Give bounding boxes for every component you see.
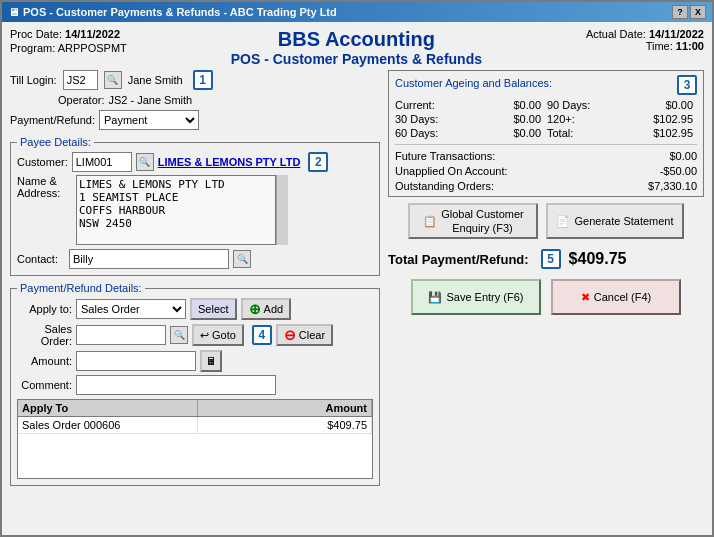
payment-type-row: Payment/Refund: Payment Refund bbox=[10, 110, 380, 130]
table-cell-amount: $409.75 bbox=[198, 417, 372, 433]
customer-code-input[interactable] bbox=[72, 152, 132, 172]
col-amount-header: Amount bbox=[198, 400, 372, 416]
calc-icon: 🖩 bbox=[206, 355, 217, 367]
unapplied-label: Unapplied On Account: bbox=[395, 165, 508, 177]
days60-label: 60 Days: bbox=[395, 127, 465, 139]
payment-details-box: Payment/Refund Details: Apply to: Sales … bbox=[10, 282, 380, 486]
customer-label: Customer: bbox=[17, 156, 68, 168]
app-subtitle: POS - Customer Payments & Refunds bbox=[231, 51, 482, 67]
name-address-row: Name & Address: LIMES & LEMONS PTY LTD 1… bbox=[17, 175, 373, 245]
scroll-bar[interactable] bbox=[276, 175, 288, 245]
address-textarea[interactable]: LIMES & LEMONS PTY LTD 1 SEAMIST PLACE C… bbox=[76, 175, 276, 245]
days120-label: 120+: bbox=[547, 113, 617, 125]
save-icon: 💾 bbox=[428, 291, 442, 304]
goto-arrow-icon: ↩ bbox=[200, 329, 209, 342]
sales-order-row: Sales Order: 🔍 ↩ Goto 4 ⊖ Clear bbox=[17, 323, 373, 347]
total-value: $102.95 bbox=[623, 127, 693, 139]
title-bar-left: 🖥 POS - Customer Payments & Refunds - AB… bbox=[8, 6, 337, 18]
title-bar-controls: ? X bbox=[672, 5, 706, 19]
time-label: Time: bbox=[646, 40, 673, 52]
clear-button[interactable]: ⊖ Clear bbox=[276, 324, 333, 346]
sales-order-input[interactable] bbox=[76, 325, 166, 345]
header-right: Actual Date: 14/11/2022 Time: 11:00 bbox=[586, 28, 704, 52]
generate-statement-button[interactable]: 📄 Generate Statement bbox=[546, 203, 683, 239]
days60-value: $0.00 bbox=[471, 127, 541, 139]
days30-value: $0.00 bbox=[471, 113, 541, 125]
till-code-input[interactable] bbox=[63, 70, 98, 90]
goto-button[interactable]: ↩ Goto bbox=[192, 324, 244, 346]
time-value: 11:00 bbox=[676, 40, 704, 52]
till-name: Jane Smith bbox=[128, 74, 183, 86]
customer-name-link[interactable]: LIMES & LEMONS PTY LTD bbox=[158, 156, 301, 168]
apply-to-row: Apply to: Sales Order On Account Select … bbox=[17, 298, 373, 320]
sales-order-label: Sales Order: bbox=[17, 323, 72, 347]
table-cell-apply: Sales Order 000606 bbox=[18, 417, 198, 433]
badge-3: 3 bbox=[677, 75, 697, 95]
cancel-button[interactable]: ✖ Cancel (F4) bbox=[551, 279, 681, 315]
payee-details-box: Payee Details: Customer: 🔍 LIMES & LEMON… bbox=[10, 136, 380, 276]
comment-label: Comment: bbox=[17, 379, 72, 391]
till-login-label: Till Login: bbox=[10, 74, 57, 86]
contact-input[interactable] bbox=[69, 249, 229, 269]
global-enquiry-button[interactable]: 📋 Global CustomerEnquiry (F3) bbox=[408, 203, 538, 239]
badge-4: 4 bbox=[252, 325, 272, 345]
unapplied-value: -$50.00 bbox=[660, 165, 697, 177]
cancel-icon: ✖ bbox=[581, 291, 590, 304]
days90-label: 90 Days: bbox=[547, 99, 617, 111]
time-row: Time: 11:00 bbox=[586, 40, 704, 52]
amount-row: Amount: 🖩 bbox=[17, 350, 373, 372]
payment-refund-select[interactable]: Payment Refund bbox=[99, 110, 199, 130]
apply-to-table: Apply To Amount Sales Order 000606 $409.… bbox=[17, 399, 373, 479]
current-label: Current: bbox=[395, 99, 465, 111]
amount-input[interactable] bbox=[76, 351, 196, 371]
total-amount: $409.75 bbox=[569, 250, 627, 268]
help-button[interactable]: ? bbox=[672, 5, 688, 19]
goto-button-label: Goto bbox=[212, 329, 236, 341]
add-button[interactable]: ⊕ Add bbox=[241, 298, 292, 320]
clear-icon: ⊖ bbox=[284, 327, 296, 343]
operator-label: Operator: bbox=[58, 94, 104, 106]
close-button[interactable]: X bbox=[690, 5, 706, 19]
comment-input[interactable] bbox=[76, 375, 276, 395]
payment-refund-label: Payment/Refund: bbox=[10, 114, 95, 126]
header-left: Proc Date: 14/11/2022 Program: ARPPOSPMT bbox=[10, 28, 127, 54]
total-label: Total: bbox=[547, 127, 617, 139]
customer-row: Customer: 🔍 LIMES & LEMONS PTY LTD 2 bbox=[17, 152, 373, 172]
add-icon: ⊕ bbox=[249, 301, 261, 317]
contact-search-button[interactable]: 🔍 bbox=[233, 250, 251, 268]
select-button-label: Select bbox=[198, 303, 229, 315]
table-header: Apply To Amount bbox=[18, 400, 372, 417]
till-search-button[interactable]: 🔍 bbox=[104, 71, 122, 89]
apply-to-select[interactable]: Sales Order On Account bbox=[76, 299, 186, 319]
enquiry-icon: 📋 bbox=[423, 215, 437, 228]
till-search-icon: 🔍 bbox=[107, 75, 118, 85]
table-row[interactable]: Sales Order 000606 $409.75 bbox=[18, 417, 372, 434]
statement-label: Generate Statement bbox=[574, 215, 673, 227]
save-button[interactable]: 💾 Save Entry (F6) bbox=[411, 279, 541, 315]
days90-value: $0.00 bbox=[623, 99, 693, 111]
operator-value: JS2 - Jane Smith bbox=[108, 94, 192, 106]
actual-date-row: Actual Date: 14/11/2022 bbox=[586, 28, 704, 40]
program-value: ARPPOSPMT bbox=[58, 42, 127, 54]
name-address-label: Name & Address: bbox=[17, 175, 72, 199]
calc-button[interactable]: 🖩 bbox=[200, 350, 222, 372]
header-section: Proc Date: 14/11/2022 Program: ARPPOSPMT… bbox=[10, 28, 704, 67]
contact-label: Contact: bbox=[17, 253, 65, 265]
sales-order-search-button[interactable]: 🔍 bbox=[170, 326, 188, 344]
right-panel: Customer Ageing and Balances: 3 Current:… bbox=[388, 70, 704, 529]
customer-search-button[interactable]: 🔍 bbox=[136, 153, 154, 171]
proc-date-value: 14/11/2022 bbox=[65, 28, 120, 40]
ageing-box: Customer Ageing and Balances: 3 Current:… bbox=[388, 70, 704, 197]
select-button[interactable]: Select bbox=[190, 298, 237, 320]
ageing-legend: Customer Ageing and Balances: bbox=[395, 77, 552, 89]
contact-row: Contact: 🔍 bbox=[17, 249, 373, 269]
enquiry-label: Global CustomerEnquiry (F3) bbox=[441, 207, 524, 236]
app-title: BBS Accounting bbox=[231, 28, 482, 51]
main-content: Till Login: 🔍 Jane Smith 1 Operator: JS2… bbox=[10, 70, 704, 529]
header-center: BBS Accounting POS - Customer Payments &… bbox=[231, 28, 482, 67]
till-row: Till Login: 🔍 Jane Smith 1 bbox=[10, 70, 380, 90]
title-bar: 🖥 POS - Customer Payments & Refunds - AB… bbox=[2, 2, 712, 22]
contact-search-icon: 🔍 bbox=[237, 254, 248, 264]
payment-details-legend: Payment/Refund Details: bbox=[17, 282, 145, 294]
cancel-label: Cancel (F4) bbox=[594, 291, 651, 303]
